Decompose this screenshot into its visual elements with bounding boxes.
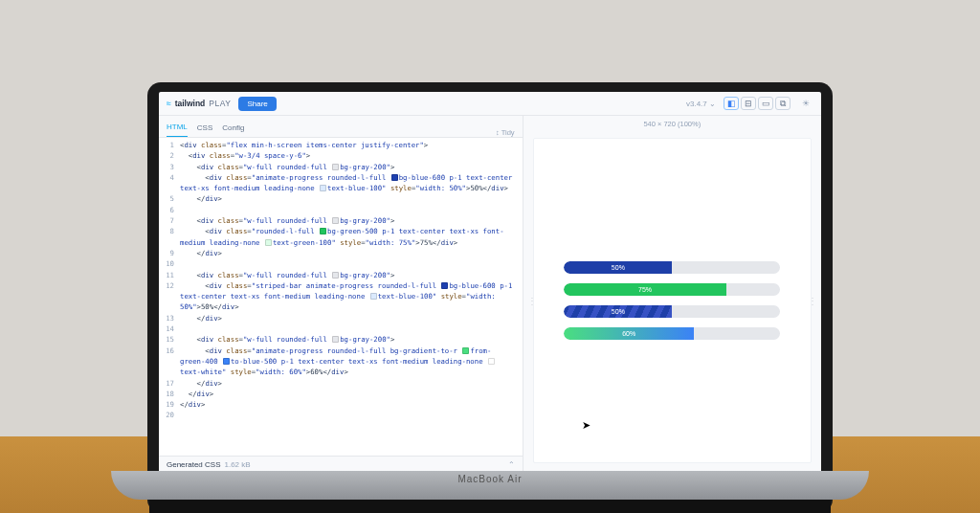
progress-bars-group: 50%75%50%60% [564, 261, 780, 340]
main-split: HTML CSS Config ↕ Tidy 1<div class="flex… [159, 116, 821, 473]
tidy-button[interactable]: ↕ Tidy [496, 128, 515, 137]
code-line[interactable]: 4 <div class="animate-progress rounded-l… [159, 172, 523, 194]
progress-bar: 50% [564, 261, 780, 274]
footer-size: 1.62 kB [224, 460, 250, 469]
chevron-up-icon: ⌃ [508, 460, 515, 469]
code-line[interactable]: 19</div> [159, 399, 523, 410]
laptop-hinge: MacBook Air [111, 471, 869, 500]
code-line[interactable]: 20 [159, 410, 523, 420]
code-line[interactable]: 6 [159, 205, 523, 215]
code-line[interactable]: 16 <div class="animate-progress rounded-… [159, 346, 523, 378]
progress-fill: 75% [564, 283, 725, 296]
code-line[interactable]: 15 <div class="w-full rounded-full bg-gr… [159, 334, 523, 345]
code-line[interactable]: 5 </div> [159, 193, 523, 204]
app-window: ≈ tailwindPLAY Share v3.4.7 ⌄ ◧ ⊟ ▭ ⧉ ☀ … [159, 92, 821, 473]
code-line[interactable]: 13 </div> [159, 313, 523, 323]
mouse-cursor-icon: ➤ [582, 419, 590, 432]
laptop-model-label: MacBook Air [111, 471, 869, 484]
brand-suffix: PLAY [209, 99, 231, 108]
version-selector[interactable]: v3.4.7 ⌄ [686, 100, 716, 108]
code-line[interactable]: 14 [159, 323, 523, 334]
keyboard-strip [149, 500, 831, 513]
progress-bar: 75% [564, 283, 780, 296]
progress-fill: 60% [564, 327, 693, 340]
layout-stacked-icon[interactable]: ⊟ [741, 97, 756, 110]
progress-bar: 60% [564, 327, 780, 340]
layout-toggle-group: ◧ ⊟ ▭ ⧉ [724, 97, 791, 110]
tab-html[interactable]: HTML [167, 118, 188, 137]
code-line[interactable]: 1<div class="flex min-h-screen items-cen… [159, 140, 523, 150]
brand-name: tailwind [175, 99, 206, 108]
code-editor[interactable]: 1<div class="flex min-h-screen items-cen… [159, 138, 523, 456]
layout-responsive-icon[interactable]: ⧉ [775, 97, 791, 110]
topbar: ≈ tailwindPLAY Share v3.4.7 ⌄ ◧ ⊟ ▭ ⧉ ☀ [159, 92, 821, 116]
code-line[interactable]: 3 <div class="w-full rounded-full bg-gra… [159, 162, 523, 172]
code-line[interactable]: 9 </div> [159, 248, 523, 258]
tailwind-logo-icon: ≈ [167, 99, 171, 108]
code-line[interactable]: 10 [159, 258, 523, 269]
laptop: ≈ tailwindPLAY Share v3.4.7 ⌄ ◧ ⊟ ▭ ⧉ ☀ … [147, 82, 833, 513]
resize-handle-right-icon[interactable]: ⋮ [808, 296, 817, 306]
resize-handle-left-icon[interactable]: ⋮ [527, 296, 537, 306]
progress-fill: 50% [564, 261, 672, 274]
code-line[interactable]: 12 <div class="striped-bar animate-progr… [159, 280, 523, 313]
preview-pane: 540 × 720 (100%) ⋮ ⋮ 50%75%50%60% ➤ [523, 116, 821, 473]
code-line[interactable]: 11 <div class="w-full rounded-full bg-gr… [159, 270, 523, 280]
code-line[interactable]: 17 </div> [159, 378, 523, 389]
editor-tabs: HTML CSS Config ↕ Tidy [159, 116, 523, 138]
brand[interactable]: ≈ tailwindPLAY [167, 99, 231, 108]
preview-canvas[interactable]: ⋮ ⋮ 50%75%50%60% ➤ [533, 138, 812, 463]
code-line[interactable]: 8 <div class="rounded-l-full bg-green-50… [159, 226, 523, 248]
share-button[interactable]: Share [238, 97, 276, 111]
tab-config[interactable]: Config [222, 119, 244, 137]
footer-label: Generated CSS [167, 460, 220, 469]
layout-preview-icon[interactable]: ▭ [758, 97, 773, 110]
screen-bezel: ≈ tailwindPLAY Share v3.4.7 ⌄ ◧ ⊟ ▭ ⧉ ☀ … [147, 82, 833, 513]
code-line[interactable]: 7 <div class="w-full rounded-full bg-gra… [159, 215, 523, 226]
progress-fill: 50% [564, 305, 672, 318]
code-line[interactable]: 18 </div> [159, 389, 523, 399]
progress-bar: 50% [564, 305, 780, 318]
code-line[interactable]: 2 <div class="w-3/4 space-y-6"> [159, 150, 523, 161]
layout-side-by-side-icon[interactable]: ◧ [724, 97, 739, 110]
tab-css[interactable]: CSS [197, 119, 212, 137]
editor-pane: HTML CSS Config ↕ Tidy 1<div class="flex… [159, 116, 523, 473]
theme-toggle-icon[interactable]: ☀ [798, 96, 813, 111]
preview-dimensions: 540 × 720 (100%) [523, 116, 821, 132]
